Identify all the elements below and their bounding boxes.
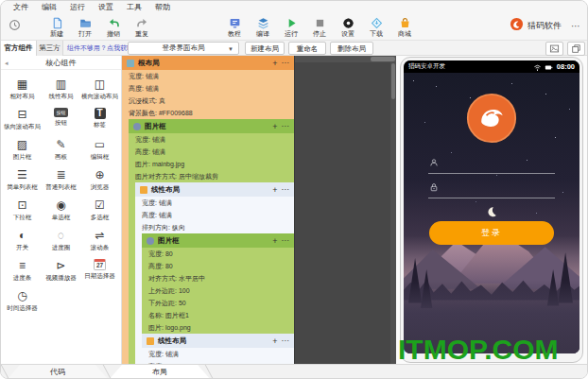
collapse-icon[interactable]: ◂ <box>5 56 9 70</box>
add-child-button[interactable]: + <box>272 122 277 131</box>
tab-third-party[interactable]: 第三方 <box>37 41 63 56</box>
panel-menu-button[interactable]: ⋯ <box>282 122 290 131</box>
toolbar-new-doc-button[interactable]: 新建 <box>43 17 71 37</box>
component-linear-layout-icon[interactable]: ▥线性布局 <box>42 78 80 99</box>
panel-menu-button[interactable]: ⋯ <box>282 236 290 246</box>
component-canvas-icon[interactable]: ✎画板 <box>42 138 80 160</box>
component-edit-box-icon[interactable]: ▭编辑框 <box>80 138 119 160</box>
toolbar-store-button[interactable]: 商城 <box>390 17 419 37</box>
panel-title: 根布局 <box>138 59 268 68</box>
menu-3[interactable]: 设置 <box>92 2 120 12</box>
panel-property[interactable]: 名称: 图片框1 <box>142 309 294 321</box>
horizontal-scrollbar[interactable] <box>295 56 396 62</box>
panel-property[interactable]: 背景颜色: #FF009688 <box>122 107 294 119</box>
tab-code[interactable]: 代码 <box>7 365 109 379</box>
label-icon: T <box>95 108 106 119</box>
panel-property[interactable]: 上外边距: 100 <box>142 284 294 297</box>
menubar: 文件编辑运行设置工具帮助 <box>1 1 587 13</box>
add-child-button[interactable]: + <box>272 185 277 195</box>
component-relative-layout-icon[interactable]: ▦相对布局 <box>3 78 42 99</box>
panel-title: 图片框 <box>145 122 268 131</box>
toolbar-tutorial-button[interactable]: 教程 <box>220 17 249 37</box>
panel-property[interactable]: 高度: 80 <box>142 260 294 272</box>
component-hscroll-layout-icon[interactable]: ◫横向滚动布局 <box>80 78 119 99</box>
tab-official-components[interactable]: 官方组件 <box>1 41 37 56</box>
hscroll-layout-icon: ◫ <box>93 78 108 91</box>
component-image-box-icon[interactable]: ▨图片框 <box>3 138 42 160</box>
toolbar-stop-button[interactable]: 停止 <box>305 17 334 37</box>
panel-property[interactable]: 高度: 铺满 <box>129 146 294 158</box>
menu-4[interactable]: 工具 <box>120 2 148 12</box>
toolbar-redo-button[interactable]: 重复 <box>128 17 156 37</box>
component-browser-icon[interactable]: ⊕浏览器 <box>80 168 119 190</box>
component-checkbox-icon[interactable]: ☑多选框 <box>80 198 119 220</box>
component-dropdown-icon[interactable]: ⊡下拉框 <box>3 198 42 220</box>
panel-property[interactable]: 宽度: 铺满 <box>122 70 294 82</box>
layout-dropdown[interactable]: 登录界面布局 ▼ <box>128 42 239 55</box>
panel-property[interactable]: 宽度: 铺满 <box>129 133 294 146</box>
panel-property[interactable]: 高度: 铺满 <box>122 82 294 95</box>
component-date-picker-icon[interactable]: 27日期选择器 <box>80 259 119 281</box>
component-label: 浏览器 <box>91 183 110 190</box>
panel-property[interactable]: 图片: mainbg.jpg <box>129 158 294 170</box>
component-seekbar-icon[interactable]: ⇌滚动条 <box>80 229 119 250</box>
panel-property[interactable]: 宽度: 铺满 <box>142 348 294 360</box>
panel-header[interactable]: 图片框+⋯ <box>129 119 294 133</box>
panel-header[interactable]: 线性布局+⋯ <box>142 334 294 348</box>
menu-2[interactable]: 运行 <box>63 2 92 12</box>
component-video-player-icon[interactable]: ⊳视频播放器 <box>42 259 80 281</box>
toolbar-undo-button[interactable]: 撤销 <box>99 17 128 37</box>
tab-layout[interactable]: 布局 <box>109 365 211 379</box>
panel-property[interactable]: 图片对齐方式: 居中缩放裁剪 <box>129 170 294 182</box>
component-list-icon[interactable]: ≣普通列表框 <box>42 168 80 190</box>
brand: 猎码软件 ⋯ <box>510 17 581 35</box>
component-switch-icon[interactable]: ◐开关 <box>3 229 42 250</box>
login-button[interactable]: 登录 <box>429 221 554 245</box>
panel-property[interactable]: 排列方向: 纵向 <box>135 221 294 233</box>
toolbar-download-button[interactable]: 下载 <box>362 17 390 37</box>
component-label-icon[interactable]: T标签 <box>80 108 119 129</box>
panel-property[interactable]: 图片: logo.png <box>142 321 294 334</box>
menu-5[interactable]: 帮助 <box>148 2 177 12</box>
menu-0[interactable]: 文件 <box>7 2 35 12</box>
panel-property[interactable]: 沉浸模式: 真 <box>122 95 294 107</box>
toolbar-settings-button[interactable]: 设置 <box>334 17 362 37</box>
toolbar-folder-open-button[interactable]: 打开 <box>71 17 99 37</box>
panel-property[interactable]: 高度: 铺满 <box>135 209 294 221</box>
get-components-link[interactable]: 组件不够用？点我获取 <box>67 41 133 56</box>
username-input[interactable] <box>428 160 555 174</box>
panel-header[interactable]: 图片框+⋯ <box>142 233 294 248</box>
component-button-icon[interactable]: 按钮按钮 <box>42 108 80 129</box>
more-menu-button[interactable]: ⋯ <box>571 21 581 31</box>
component-label: 开关 <box>16 244 28 250</box>
component-radio-icon[interactable]: ◉单选框 <box>42 198 80 220</box>
add-child-button[interactable]: + <box>272 59 277 68</box>
delete-layout-button[interactable]: 删除布局 <box>330 42 373 55</box>
panel-header[interactable]: 根布局+⋯ <box>122 56 294 70</box>
panel-menu-button[interactable]: ⋯ <box>282 336 290 346</box>
component-vscroll-layout-icon[interactable]: ⊟纵向滚动布局 <box>3 108 42 129</box>
panel-menu-button[interactable]: ⋯ <box>282 59 290 68</box>
component-spinner-icon[interactable]: ◌进度圈 <box>42 229 80 250</box>
screenshot-button[interactable] <box>545 42 563 56</box>
history-clock-icon[interactable] <box>9 18 21 35</box>
add-child-button[interactable]: + <box>272 336 277 346</box>
panel-property[interactable]: 宽度: 铺满 <box>135 197 294 209</box>
duplicate-view-button[interactable] <box>567 42 585 56</box>
panel-header[interactable]: 线性布局+⋯ <box>135 182 294 197</box>
new-layout-button[interactable]: 新建布局 <box>245 42 285 55</box>
toolbar-run-button[interactable]: 运行 <box>277 17 305 37</box>
component-time-picker-icon[interactable]: ◷时间选择器 <box>3 289 42 311</box>
panel-property[interactable]: 宽度: 80 <box>142 248 294 260</box>
panel-property[interactable]: 对齐方式: 水平居中 <box>142 272 294 284</box>
component-progressbar-icon[interactable]: ≡进度条 <box>3 259 42 281</box>
panel-menu-button[interactable]: ⋯ <box>282 185 290 195</box>
menu-1[interactable]: 编辑 <box>35 2 63 12</box>
rename-layout-button[interactable]: 重命名 <box>288 42 326 55</box>
panel-property[interactable]: 下外边距: 50 <box>142 297 294 309</box>
toolbar-compile-button[interactable]: 编译 <box>249 17 277 37</box>
component-simple-list-icon[interactable]: ☰简单列表框 <box>3 168 42 190</box>
add-child-button[interactable]: + <box>272 236 277 246</box>
radio-icon: ◉ <box>54 198 69 212</box>
password-input[interactable] <box>428 184 555 198</box>
